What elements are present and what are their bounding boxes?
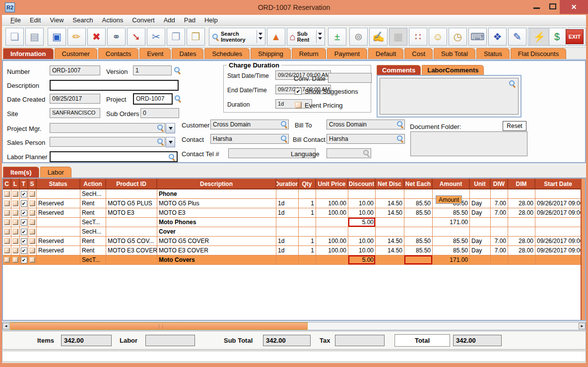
c-checkbox[interactable]: [4, 257, 10, 263]
menu-item-convert[interactable]: Convert: [128, 16, 159, 24]
dollar-notes-button[interactable]: $: [548, 28, 566, 46]
column-header-net-disc[interactable]: Net Disc: [376, 179, 404, 189]
document-folder-area[interactable]: [410, 131, 527, 156]
customer-field[interactable]: Cross Domain: [210, 120, 289, 129]
notes-edit-button[interactable]: ✍: [369, 28, 388, 46]
menu-item-actions[interactable]: Actions: [98, 16, 128, 24]
s-checkbox[interactable]: [29, 219, 35, 225]
project-field[interactable]: ORD-1007: [133, 93, 173, 105]
column-header-discount[interactable]: Discount: [348, 179, 376, 189]
sub-rent-button[interactable]: ⌂Sub Rent: [287, 28, 325, 46]
bill-to-field[interactable]: Cross Domain: [327, 120, 405, 129]
contact-field[interactable]: Harsha: [210, 134, 289, 144]
column-header-c[interactable]: C: [3, 179, 11, 189]
sales-person-search-icon[interactable]: [157, 138, 164, 145]
l-checkbox[interactable]: [12, 238, 18, 244]
search-inventory-button[interactable]: Search Inventory: [209, 28, 265, 46]
l-checkbox[interactable]: [12, 257, 18, 263]
maximize-button[interactable]: [546, 0, 560, 14]
c-checkbox[interactable]: [4, 210, 10, 216]
t-checkbox[interactable]: ✔: [21, 200, 27, 207]
tab-default[interactable]: Default: [368, 48, 403, 59]
export-copy-button[interactable]: ➘: [127, 28, 145, 46]
tab-information[interactable]: Information: [3, 48, 54, 59]
project-mgr-search-icon[interactable]: [157, 124, 164, 131]
version-field[interactable]: 1: [133, 65, 172, 75]
scroll-right-button[interactable]: ►: [579, 323, 586, 329]
column-header-l[interactable]: L: [11, 179, 20, 189]
project-mgr-dropdown-button[interactable]: [166, 123, 175, 133]
column-header-qty[interactable]: Qty: [299, 179, 316, 189]
labor-planner-field[interactable]: [50, 151, 178, 162]
c-checkbox[interactable]: [4, 200, 10, 206]
menu-item-add[interactable]: Add: [159, 16, 180, 24]
keyboard-key-button[interactable]: ⌨: [468, 28, 487, 46]
column-header-action[interactable]: Action: [80, 179, 106, 189]
comments-textarea[interactable]: [380, 78, 519, 115]
table-row[interactable]: ✔SecH...Phone: [3, 189, 585, 199]
show-suggestions-checkbox[interactable]: ✔: [295, 88, 302, 95]
column-header-status[interactable]: Status: [37, 179, 80, 189]
comments-tab-laborcomments[interactable]: LaborComments: [422, 65, 484, 75]
bill-to-search-icon[interactable]: [396, 121, 404, 128]
table-row[interactable]: ✔ReservedRentMOTO E3MOTO E31d1100.0010.0…: [3, 208, 585, 218]
number-field[interactable]: ORD-1007: [50, 65, 100, 75]
c-checkbox[interactable]: [4, 219, 10, 225]
tab-event[interactable]: Event: [139, 48, 171, 59]
column-header-unit[interactable]: Unit: [470, 179, 491, 189]
language-field[interactable]: [327, 148, 371, 158]
version-search-icon[interactable]: [174, 66, 181, 74]
find-binoculars-button[interactable]: ⚭: [107, 28, 126, 46]
l-checkbox[interactable]: [12, 210, 18, 216]
s-checkbox[interactable]: [29, 200, 35, 206]
table-row[interactable]: ✔SecH...Cover: [3, 227, 585, 237]
l-checkbox[interactable]: [12, 247, 18, 253]
l-checkbox[interactable]: [12, 191, 18, 197]
column-header-amount[interactable]: Amount: [433, 179, 470, 189]
table-row[interactable]: ✔SecT...Moto Covers5.00171.00: [3, 255, 585, 265]
date-created-field[interactable]: 09/25/2017: [50, 94, 100, 104]
tab-shipping[interactable]: Shipping: [251, 48, 291, 59]
notepad-edit-button[interactable]: ✎: [508, 28, 526, 46]
vertical-scrollbar[interactable]: [581, 179, 585, 320]
menu-item-help[interactable]: Help: [200, 16, 222, 24]
column-header-unit-price[interactable]: Unit Price: [316, 179, 348, 189]
t-checkbox[interactable]: ✔: [21, 219, 27, 226]
save-button[interactable]: ▣: [48, 28, 66, 46]
comments-search-icon[interactable]: [509, 80, 516, 87]
column-header-s[interactable]: S: [28, 179, 37, 189]
menu-item-edit[interactable]: Edit: [25, 16, 45, 24]
sales-person-dropdown-button[interactable]: [166, 137, 175, 147]
contact-search-icon[interactable]: [280, 135, 288, 142]
scroll-left-button[interactable]: ◄: [2, 323, 9, 329]
paste-button[interactable]: ❒: [187, 28, 205, 46]
column-header-product-id[interactable]: Product ID: [106, 179, 157, 189]
t-checkbox[interactable]: ✔: [21, 210, 27, 216]
s-checkbox[interactable]: [29, 210, 35, 216]
tab-cost[interactable]: Cost: [404, 48, 433, 59]
sub-rent-dropdown-arrows-icon[interactable]: [316, 30, 322, 43]
tab-return[interactable]: Return: [292, 48, 326, 59]
s-checkbox[interactable]: [29, 247, 35, 253]
s-checkbox[interactable]: [29, 238, 35, 244]
column-header-description[interactable]: Description: [157, 179, 276, 189]
org-chart-button[interactable]: ∷: [409, 28, 427, 46]
table-row[interactable]: ✔ReservedRentMOTO G5 COV...MOTO G5 COVER…: [3, 237, 585, 246]
menu-item-file[interactable]: File: [6, 16, 25, 24]
cubes-button[interactable]: ❖: [488, 28, 507, 46]
t-checkbox[interactable]: ✔: [21, 247, 27, 254]
menu-item-pad[interactable]: Pad: [180, 16, 200, 24]
table-row[interactable]: ✔SecT...Moto Phones5.00171.00: [3, 218, 585, 227]
c-checkbox[interactable]: [4, 238, 10, 244]
t-checkbox[interactable]: ✔: [21, 191, 27, 197]
scroll-thumb[interactable]: [10, 322, 308, 330]
horizontal-scrollbar[interactable]: ◄ ►: [2, 322, 586, 330]
column-header-net-each[interactable]: Net Each: [404, 179, 433, 189]
t-checkbox[interactable]: ✔: [21, 229, 27, 235]
new-document-button[interactable]: ❏: [5, 28, 24, 46]
tab-payment[interactable]: Payment: [327, 48, 367, 59]
tab-schedules[interactable]: Schedules: [204, 48, 250, 59]
bill-contact-search-icon[interactable]: [396, 135, 404, 142]
customer-search-icon[interactable]: [280, 121, 288, 128]
sales-person-field[interactable]: [50, 137, 165, 147]
